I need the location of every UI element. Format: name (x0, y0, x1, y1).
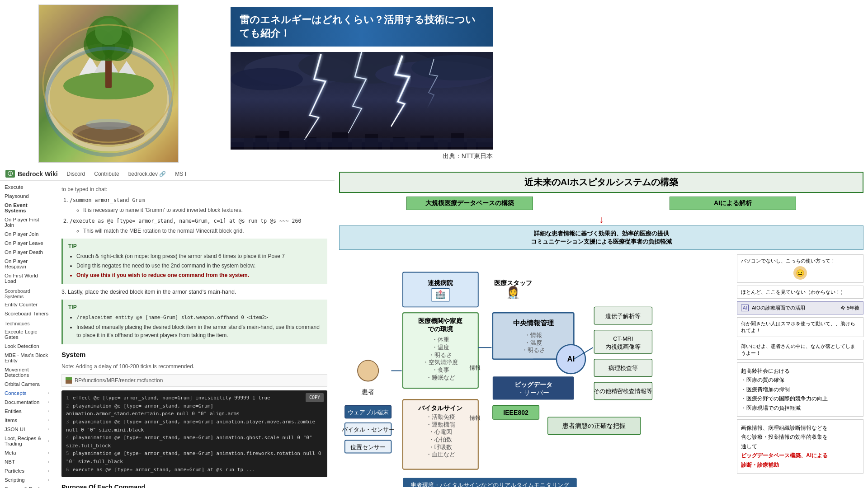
tip-2-item-2: Instead of manually placing the desired … (76, 323, 322, 339)
code-line-1: 1effect @e [type= armor_stand, name=Grum… (66, 394, 323, 402)
info-icon: ⓘ (5, 170, 15, 178)
svg-text:・明るさ: ・明るさ (429, 352, 452, 358)
svg-text:・体重: ・体重 (432, 336, 449, 343)
sidebar-item-player-join[interactable]: On Player Join (0, 230, 54, 239)
svg-text:・情報: ・情報 (524, 332, 542, 338)
sidebar-item-orbital[interactable]: Orbital Camera (0, 380, 54, 389)
ai-description: 詳細な患者情報に基づく効果的、効率的医療の提供 コミュニケーション支援による医療… (339, 225, 863, 250)
svg-text:・心電図: ・心電図 (429, 428, 452, 435)
svg-text:CT-MRI: CT-MRI (613, 335, 633, 342)
wiki-panel: ⓘ Bedrock Wiki Discord Contribute bedroc… (0, 167, 335, 488)
sidebar-item-player-death[interactable]: On Player Death (0, 248, 54, 257)
ai-right-lower: 画像情報、病理組織診断情報などを 含む診療・投薬情報の効率的収集を 通して ビッ… (737, 419, 863, 474)
down-arrow: ↓ (339, 215, 863, 225)
svg-text:AI: AI (567, 355, 575, 363)
svg-text:・血圧など: ・血圧など (426, 451, 455, 458)
source-ntt: 出典：NTT東日本 (231, 152, 493, 160)
svg-point-20 (231, 68, 303, 90)
bottom-section: ⓘ Bedrock Wiki Discord Contribute bedroc… (0, 167, 868, 488)
contribute-link[interactable]: Contribute (94, 171, 119, 177)
svg-text:・サーバー: ・サーバー (518, 389, 549, 396)
sidebar-item-player-respawn[interactable]: On Player Respawn (0, 257, 54, 271)
svg-text:内視鏡画像等: 内視鏡画像等 (605, 343, 641, 350)
svg-text:・睡眠など: ・睡眠など (426, 374, 455, 381)
sidebar-item-player-first-join[interactable]: On Player First Join (0, 215, 54, 230)
sidebar-item-concepts[interactable]: Concepts› (0, 389, 54, 398)
tip-2-item-1: /replaceitem entity @e [name=Grum] slot.… (76, 313, 322, 322)
top-left-panel (0, 0, 217, 167)
sidebar-item-first-world-load[interactable]: On First World Load (0, 271, 54, 286)
svg-text:中央情報管理: 中央情報管理 (513, 319, 554, 327)
sidebar-item-entities[interactable]: Entities› (0, 407, 54, 416)
svg-point-42 (358, 360, 378, 381)
sidebar-item-movement[interactable]: Movement Detections (0, 365, 54, 380)
code-block: COPY 1effect @e [type= armor_stand, name… (61, 390, 327, 477)
file-reference: BP/functions/MBE/render.mcfunction (61, 374, 327, 387)
discord-link[interactable]: Discord (67, 171, 85, 177)
sidebar-item-items[interactable]: Items› (0, 416, 54, 425)
svg-text:患者環境・バイタルサインなどのリアルタイムモニタリング: 患者環境・バイタルサインなどのリアルタイムモニタリング (410, 482, 570, 487)
svg-text:医療スタッフ: 医療スタッフ (494, 279, 532, 286)
svg-text:・呼吸数: ・呼吸数 (429, 444, 452, 450)
bedrock-link[interactable]: bedrock.dev 🔗 (128, 171, 166, 177)
ai-content: 近未来のAIホスピタルシステムの構築 大規模医療データベースの構築 AIによる解… (339, 172, 863, 488)
svg-text:・温度: ・温度 (524, 339, 542, 346)
svg-text:・空気清浄度: ・空気清浄度 (423, 359, 458, 366)
sidebar-item-on-event-systems[interactable]: On Event Systems (0, 201, 54, 215)
callout-4: 薄いにせよ、患者さんの中に、なんか落としてしまうよー！ (737, 340, 863, 360)
sidebar-item-mbe[interactable]: MBE - Max's Block Entity (0, 351, 54, 365)
svg-text:患者病態の正確な把握: 患者病態の正確な把握 (562, 422, 626, 429)
svg-text:・心拍数: ・心拍数 (429, 436, 452, 443)
code-line-4: 4playanimation @e [type= armor_stand, na… (66, 434, 323, 450)
ai-main-title: 近未来のAIホスピタルシステムの構築 (339, 172, 863, 193)
tip-1-item-3: Only use this if you wish to reduce one … (76, 271, 322, 279)
ai-diagram-main: 患者 ウェアブル端末 バイタル・センサー 位置センサー 医療機関や家庭 (339, 254, 863, 487)
sidebar-item-playsound[interactable]: Playsound (0, 192, 54, 201)
copy-button[interactable]: COPY (306, 393, 324, 402)
ms-link[interactable]: MS I (175, 171, 186, 177)
left-diagram: 患者 ウェアブル端末 バイタル・センサー 位置センサー 医療機関や家庭 (339, 254, 733, 487)
svg-text:情報: 情報 (469, 365, 481, 371)
system-note: Note: Adding a delay of 100-200 ticks is… (61, 362, 327, 371)
ai-subtitle-row: 大規模医療データベースの構築 AIによる解析 (339, 197, 863, 212)
code-line-6: 6execute as @e [type= armor_stand, name=… (66, 466, 323, 474)
sidebar-item-execute-logic[interactable]: Execute Logic Gates (0, 327, 54, 342)
svg-text:その他精密検査情報等: その他精密検査情報等 (594, 388, 652, 394)
sidebar-item-particles[interactable]: Particles› (0, 466, 54, 475)
sidebar-item-nbt[interactable]: NBT› (0, 457, 54, 466)
ai-hospital-panel: 近未来のAIホスピタルシステムの構築 大規模医療データベースの構築 AIによる解… (335, 167, 868, 488)
command-1-note: It is necessary to name it 'Grumm' to av… (83, 206, 327, 214)
sidebar-section-techniques: Techniques (0, 318, 54, 327)
command-2-note: This will match the MBE rotation to the … (83, 227, 327, 235)
code-line-5: 5playanimation @e [type= armor_stand, na… (66, 450, 323, 465)
tip-1-item-2: Doing this negates the need to use the 2… (76, 262, 322, 270)
sidebar-item-documentation[interactable]: Documentation› (0, 398, 54, 407)
wiki-header: ⓘ Bedrock Wiki Discord Contribute bedroc… (0, 167, 335, 181)
code-line-3: 3playanimation @e [type= armor_stand, na… (66, 418, 323, 434)
sidebar-item-meta[interactable]: Meta› (0, 448, 54, 457)
callout-1: パソコンでないし、こっちの使い方って！ 😐 (737, 254, 863, 283)
sidebar-item-loot[interactable]: Loot, Recipes & Trading› (0, 434, 54, 448)
system-title: System (61, 350, 327, 360)
sidebar-item-scoreboard-timers[interactable]: Scoreboard Timers (0, 309, 54, 318)
sidebar-item-servers[interactable]: Servers & Realms› (0, 484, 54, 488)
tree-illustration (38, 5, 179, 163)
sidebar-item-scripting[interactable]: Scripting› (0, 475, 54, 484)
sidebar-item-player-leave[interactable]: On Player Leave (0, 239, 54, 248)
callout-2: ほとんど、ここを見ていない（わからない！） (737, 286, 863, 299)
svg-text:バイタルサイン: バイタルサイン (418, 404, 462, 412)
sidebar-item-look-detection[interactable]: Look Detection (0, 342, 54, 351)
ai-right-upper: 超高齢社会における ・医療の質の確保 ・医療費増加の抑制 ・医療分野での国際的競… (737, 362, 863, 417)
sidebar-item-entity-counter[interactable]: Entity Counter (0, 300, 54, 309)
top-section: 雷のエネルギーはどれくらい？活用する技術についても紹介！ (0, 0, 868, 167)
tip-title-2: TIP (68, 303, 322, 311)
command-item-2: /execute as @e [type= armor_stand, name=… (70, 217, 327, 235)
tip-1-item-1: Crouch & right-click (on mcpe: long pres… (76, 252, 322, 260)
svg-text:医療機関や家庭: 医療機関や家庭 (418, 317, 462, 324)
code-line-2: 2playanimation @e [type= armor_stand, na… (66, 402, 323, 418)
tip-title-1: TIP (68, 242, 322, 250)
sidebar-item-json-ui[interactable]: JSON UI› (0, 425, 54, 434)
right-text-panel: パソコンでないし、こっちの使い方って！ 😐 ほとんど、ここを見ていない（わからな… (737, 254, 863, 487)
svg-text:・温度: ・温度 (432, 344, 449, 351)
sidebar-item-execute[interactable]: Execute (0, 183, 54, 192)
